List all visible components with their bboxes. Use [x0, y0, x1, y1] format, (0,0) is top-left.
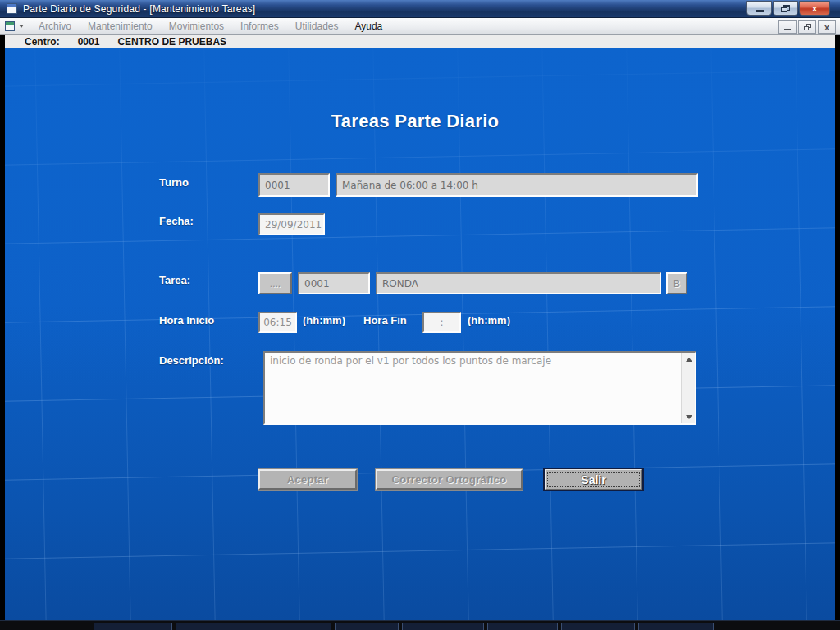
background-grid-fade [5, 48, 835, 620]
turno-label: Turno [159, 176, 189, 189]
mdi-caret-icon [19, 25, 24, 28]
mdi-close-button[interactable]: x [818, 20, 836, 34]
descripcion-textarea[interactable]: inicio de ronda por el v1 por todos los … [263, 351, 696, 425]
mdi-restore-icon [804, 24, 811, 30]
scroll-down-icon [686, 415, 692, 419]
taskbar-button-sliver[interactable] [94, 623, 172, 630]
taskbar-button-sliver[interactable] [402, 623, 484, 630]
menu-movimientos[interactable]: Movimientos [161, 18, 232, 34]
taskbar-button-sliver[interactable] [638, 623, 714, 630]
menu-bar: Archivo Mantenimiento Movimientos Inform… [0, 18, 840, 35]
hora-inicio-field[interactable]: 06:15 [258, 312, 297, 333]
tarea-browse-button[interactable]: .... [258, 272, 292, 294]
hora-inicio-hint: (hh:mm) [303, 314, 345, 326]
hora-inicio-label: Hora Inicio [159, 314, 214, 326]
tarea-label: Tarea: [159, 274, 190, 286]
taskbar-sliver [0, 620, 840, 630]
form-client-area: Tareas Parte Diario Turno 0001 Mañana de… [5, 48, 835, 620]
descripcion-text: inicio de ronda por el v1 por todos los … [265, 353, 681, 423]
salir-button[interactable]: Salir [545, 469, 642, 490]
close-button[interactable]: x [799, 1, 830, 16]
taskbar-button-sliver[interactable] [561, 623, 635, 630]
centro-code: 0001 [78, 36, 100, 48]
window-title: Parte Diario de Seguridad - [Mantenimien… [23, 3, 255, 15]
mdi-child-icon[interactable] [4, 21, 16, 32]
mdi-window-controls: x [777, 20, 836, 34]
title-bar: Parte Diario de Seguridad - [Mantenimien… [0, 0, 840, 18]
restore-icon [781, 5, 790, 12]
fecha-field[interactable]: 29/09/2011 [258, 213, 325, 235]
taskbar-button-sliver[interactable] [176, 623, 331, 630]
tarea-code-field[interactable]: 0001 [298, 272, 370, 294]
taskbar-button-sliver[interactable] [335, 623, 399, 630]
aceptar-button[interactable]: Aceptar [258, 469, 357, 490]
mdi-close-icon: x [824, 22, 829, 32]
taskbar-button-sliver[interactable] [487, 623, 558, 630]
close-icon: x [812, 3, 817, 13]
centro-label: Centro: [25, 36, 60, 48]
turno-description-field[interactable]: Mañana de 06:00 a 14:00 h [336, 173, 698, 197]
caption-buttons: x [746, 1, 830, 16]
salir-button-frame: Salir [543, 468, 644, 491]
hora-fin-hint: (hh:mm) [468, 314, 510, 326]
menu-mantenimiento[interactable]: Mantenimiento [80, 18, 161, 34]
centro-name: CENTRO DE PRUEBAS [117, 36, 226, 48]
fecha-label: Fecha: [159, 215, 194, 227]
scroll-up-icon [686, 358, 692, 362]
corrector-ortografico-button[interactable]: Corrector Ortográfico [376, 469, 523, 490]
tarea-b-button[interactable]: B [666, 272, 687, 294]
turno-code-field[interactable]: 0001 [258, 173, 330, 197]
mdi-minimize-icon [784, 29, 791, 30]
minimize-icon [756, 10, 764, 12]
menu-informes[interactable]: Informes [232, 18, 287, 34]
screen: { "window": { "title": "Parte Diario de … [0, 0, 840, 630]
mdi-restore-button[interactable] [798, 20, 816, 34]
centro-bar: Centro: 0001 CENTRO DE PRUEBAS [5, 35, 835, 48]
menu-utilidades[interactable]: Utilidades [287, 18, 347, 34]
mdi-minimize-button[interactable] [778, 20, 797, 34]
app-window-icon [5, 3, 18, 15]
scroll-down-button[interactable] [682, 410, 696, 423]
hora-fin-field[interactable]: : [422, 312, 461, 333]
descripcion-label: Descripción: [159, 354, 224, 367]
descripcion-scrollbar[interactable] [681, 353, 695, 423]
hora-fin-label: Hora Fin [363, 314, 407, 326]
page-title: Tareas Parte Diario [5, 111, 825, 132]
minimize-button[interactable] [746, 1, 772, 16]
maximize-restore-button[interactable] [773, 1, 798, 16]
menu-archivo[interactable]: Archivo [30, 18, 80, 34]
scroll-up-button[interactable] [682, 353, 696, 366]
tarea-description-field[interactable]: RONDA [376, 272, 661, 294]
menu-ayuda[interactable]: Ayuda [346, 18, 390, 34]
